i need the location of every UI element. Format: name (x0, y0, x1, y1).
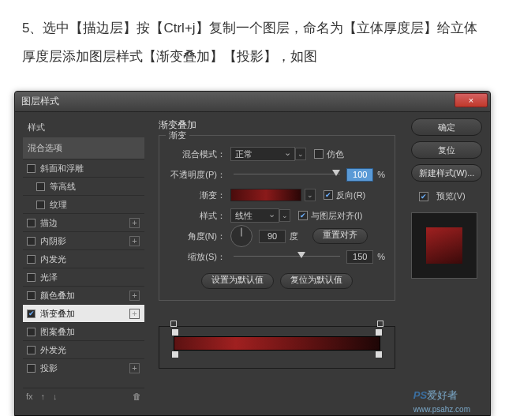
opacity-stop-left[interactable] (171, 328, 179, 336)
style-label: 颜色叠加 (40, 290, 75, 302)
opacity-slider[interactable] (234, 172, 340, 177)
style-label: 图案叠加 (40, 326, 75, 338)
preview-swatch (426, 227, 462, 264)
gradient-label: 渐变： (169, 189, 226, 201)
fx-icon[interactable]: fx (26, 392, 33, 401)
scale-pct: % (377, 252, 385, 261)
panel-tools: fx ↑ ↓ 🗑 (23, 388, 144, 404)
style-checkbox[interactable] (27, 291, 36, 300)
style-checkbox[interactable] (27, 328, 36, 336)
style-checkbox[interactable] (27, 346, 36, 354)
opacity-row: 不透明度(P)： 100 % (169, 164, 385, 185)
section-title: 渐变叠加 (159, 118, 395, 132)
instruction-text: 5、选中【描边层】按【Ctrl+j】复制一个图层，命名为【立体厚度层】给立体厚度… (0, 0, 505, 84)
style-label: 等高线 (50, 181, 76, 193)
style-item-10[interactable]: 外发光 (23, 340, 144, 358)
add-effect-icon[interactable]: + (129, 309, 140, 319)
window-title: 图层样式 (15, 95, 59, 108)
reset-align-button[interactable]: 重置对齐 (312, 228, 368, 244)
ok-button[interactable]: 确定 (411, 118, 482, 136)
style-label: 内阴影 (40, 235, 66, 247)
style-checkbox[interactable] (27, 364, 36, 373)
opacity-label: 不透明度(P)： (169, 169, 226, 181)
style-item-9[interactable]: 图案叠加 (23, 322, 144, 340)
style-item-3[interactable]: 描边+ (23, 213, 144, 231)
reverse-label: 反向(R) (336, 189, 365, 201)
angle-deg: 度 (290, 231, 298, 242)
gradient-overlay-panel: 渐变叠加 渐变 混合模式： 正常 ⌄ 仿色 不透明度(P)： 100 % (144, 118, 405, 404)
style-checkbox[interactable] (27, 164, 36, 173)
style-label: 渐变叠加 (40, 308, 75, 320)
style-item-6[interactable]: 光泽 (23, 268, 144, 286)
style-item-11[interactable]: 投影+ (23, 358, 144, 377)
color-stop-right[interactable] (375, 351, 383, 358)
style-item-5[interactable]: 内发光 (23, 249, 144, 268)
style-item-7[interactable]: 颜色叠加+ (23, 286, 144, 304)
fieldset-legend: 渐变 (166, 129, 189, 141)
titlebar[interactable]: 图层样式 × (15, 92, 490, 112)
style-checkbox[interactable] (27, 255, 36, 264)
align-checkbox[interactable] (298, 211, 308, 220)
reverse-checkbox[interactable] (324, 190, 333, 200)
cancel-button[interactable]: 复位 (411, 141, 482, 159)
arrow-down-icon[interactable]: ↓ (53, 392, 58, 401)
add-effect-icon[interactable]: + (129, 363, 140, 373)
style-label: 内发光 (40, 253, 66, 265)
dither-checkbox[interactable] (314, 149, 324, 159)
scale-slider[interactable] (234, 254, 340, 259)
opacity-pct: % (377, 170, 385, 179)
add-effect-icon[interactable]: + (129, 291, 140, 301)
dither-label: 仿色 (327, 148, 344, 160)
style-checkbox[interactable] (27, 273, 36, 282)
angle-value[interactable]: 90 (259, 230, 286, 243)
style-label: 样式： (169, 210, 226, 222)
style-checkbox[interactable] (36, 201, 45, 209)
angle-row: 角度(N)： 90 度 重置对齐 (169, 226, 385, 246)
style-row: 样式： 线性 ⌄ 与图层对齐(I) (169, 205, 385, 226)
gradient-dropdown-icon[interactable]: ⌄ (305, 189, 316, 201)
style-select[interactable]: 线性 (230, 208, 279, 223)
reset-default-button[interactable]: 复位为默认值 (280, 273, 353, 289)
opacity-stop-right[interactable] (375, 328, 383, 336)
color-stop-left[interactable] (171, 351, 179, 358)
blend-mode-row: 混合模式： 正常 ⌄ 仿色 (169, 144, 385, 164)
angle-dial[interactable] (230, 225, 252, 247)
new-style-button[interactable]: 新建样式(W)... (411, 164, 482, 182)
preview-box (411, 212, 477, 279)
preview-checkbox[interactable] (419, 192, 428, 201)
opacity-value[interactable]: 100 (346, 168, 373, 182)
set-default-button[interactable]: 设置为默认值 (201, 273, 274, 289)
blend-mode-dropdown-icon[interactable]: ⌄ (295, 148, 306, 160)
align-label: 与图层对齐(I) (311, 210, 362, 222)
style-dropdown-icon[interactable]: ⌄ (279, 209, 290, 222)
style-item-0[interactable]: 斜面和浮雕 (23, 159, 144, 177)
style-item-4[interactable]: 内阴影+ (23, 231, 144, 249)
style-item-1[interactable]: 等高线 (23, 177, 144, 195)
style-label: 纹理 (50, 199, 67, 211)
style-checkbox[interactable] (27, 219, 36, 227)
arrow-up-icon[interactable]: ↑ (41, 392, 46, 401)
style-item-2[interactable]: 纹理 (23, 195, 144, 213)
blend-mode-label: 混合模式： (169, 148, 226, 160)
scale-row: 缩放(S)： 150 % (169, 246, 385, 267)
add-effect-icon[interactable]: + (129, 218, 140, 228)
gradient-editor[interactable] (159, 326, 395, 369)
blending-options[interactable]: 混合选项 (23, 137, 144, 159)
add-effect-icon[interactable]: + (129, 236, 140, 246)
style-item-8[interactable]: 渐变叠加+ (23, 304, 144, 322)
trash-icon[interactable]: 🗑 (133, 392, 141, 401)
style-checkbox[interactable] (36, 182, 45, 191)
angle-label: 角度(N)： (169, 231, 226, 242)
style-label: 斜面和浮雕 (40, 163, 84, 174)
blend-mode-select[interactable]: 正常 (230, 147, 295, 161)
dialog-buttons: 确定 复位 新建样式(W)... 预览(V) (405, 118, 482, 404)
watermark: PS爱好者 www.psahz.com (413, 388, 470, 414)
style-checkbox[interactable] (27, 309, 36, 318)
gradient-swatch[interactable] (230, 189, 301, 201)
style-label: 投影 (40, 362, 58, 374)
style-label: 描边 (40, 217, 58, 229)
scale-value[interactable]: 150 (346, 250, 373, 264)
style-checkbox[interactable] (27, 237, 36, 246)
close-button[interactable]: × (454, 93, 488, 107)
gradient-bar[interactable] (174, 336, 380, 351)
